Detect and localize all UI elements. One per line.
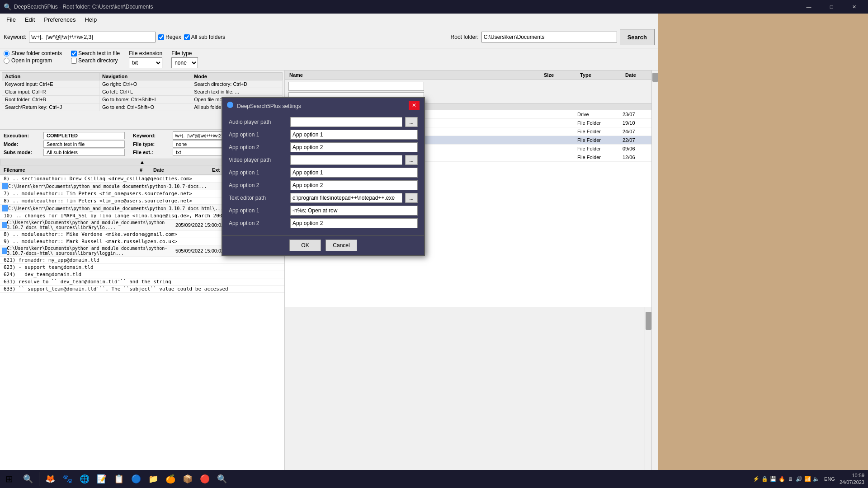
file-ext-status-label: File ext.: [133,150,169,155]
toolbar: Keyword: Regex All sub folders Root fold… [0,26,658,48]
search-mode-group: Search text in file Search directory [71,50,120,68]
audio-option1-input[interactable] [290,130,418,140]
type-col-header: Type [577,71,623,79]
text-editor-input[interactable] [290,193,402,203]
file-type-select[interactable]: none text binary [171,57,198,68]
video-option2-label: App option 2 [229,182,288,188]
taskbar-icon-wolf[interactable]: 🦊 [42,471,58,487]
filename-col-header: Filename [2,166,138,174]
regex-checkbox-group[interactable]: Regex [158,34,181,40]
title-bar: 🔍 DeepSearch5Plus - Root folder: C:\User… [0,0,868,14]
all-sub-folders-group[interactable]: All sub folders [184,34,225,40]
taskbar-icon-app9[interactable]: 🔴 [197,471,213,487]
language-indicator[interactable]: ENG [821,476,838,482]
taskbar-icon-app7[interactable]: 🍊 [162,471,179,487]
text-option1-row: App option 1 [229,206,418,216]
dialog-close-button[interactable]: ✕ [409,101,420,110]
text-editor-browse-button[interactable]: ... [405,193,418,203]
taskbar-icon-app1[interactable]: 🐾 [59,471,75,487]
tray-icon-5[interactable]: 🖥 [787,475,794,483]
size-col-header: Size [541,71,577,79]
maximize-button[interactable]: □ [821,0,842,14]
shortcut-row: Clear input: Ctrl+R Go left: Ctrl+L Sear… [2,88,283,96]
minimize-button[interactable]: — [798,0,819,14]
execution-value: COMPLETED [43,132,125,139]
taskbar-icon-app4[interactable]: 📋 [111,471,127,487]
network-icon[interactable]: 📶 [804,475,811,483]
shortcut-cell: Root folder: Ctrl+B [2,96,99,103]
taskbar-clock[interactable]: 10:59 24/07/2023 [840,472,864,486]
tray-icon-1[interactable]: ⚡ [752,475,760,483]
menu-help[interactable]: Help [80,14,101,25]
search-directory-group[interactable]: Search directory [71,57,120,64]
video-option2-input[interactable] [290,180,418,190]
root-folder-input[interactable] [481,32,617,42]
regex-checkbox[interactable] [158,34,164,40]
text-option2-input[interactable] [290,218,418,228]
keyword-status-label: Keyword: [133,133,169,138]
video-option1-input[interactable] [290,168,418,178]
open-in-program-radio[interactable]: Open in program [4,57,62,64]
shortcut-cell: Go left: Ctrl+L [99,88,191,96]
keyword-input[interactable] [29,32,156,42]
taskbar-icon-app8[interactable]: 📦 [179,471,196,487]
shortcuts-action-header: Action [2,73,99,80]
close-button[interactable]: ✕ [844,0,864,14]
tree-search-input1[interactable] [288,82,424,91]
sound-icon[interactable]: 🔈 [812,475,820,483]
menu-preferences[interactable]: Preferences [39,14,80,25]
dialog-title-text: DeepSearch5Plus settings [237,103,301,109]
tray-icon-4[interactable]: 🔥 [778,475,785,483]
show-folder-radio[interactable]: Show folder contents [4,50,62,56]
audio-option1-row: App option 1 [229,130,418,140]
text-option1-input[interactable] [290,206,418,216]
root-folder-label: Root folder: [451,34,479,40]
audio-option2-input[interactable] [290,142,418,152]
cancel-button[interactable]: Cancel [326,239,357,251]
tree-item-type: Drive [577,112,623,117]
execution-label: Execution: [4,133,40,138]
file-tree-header: Name Size Type Date [285,70,651,80]
mode-label: Mode: [4,141,40,147]
menu-edit[interactable]: Edit [20,14,39,25]
video-player-input[interactable] [290,155,402,165]
search-text-checkbox[interactable] [71,51,77,56]
taskbar-icon-app3[interactable]: 📝 [94,471,110,487]
show-folder-label: Show folder contents [11,50,62,56]
dialog-icon [227,102,233,108]
tray-icon-3[interactable]: 💾 [769,475,777,483]
right-scrollbar[interactable] [645,307,651,488]
audio-browse-button[interactable]: ... [405,117,418,127]
taskbar-icon-search[interactable]: 🔍 [20,471,36,487]
tray-icon-6[interactable]: 🔊 [795,475,802,483]
search-text-group[interactable]: Search text in file [71,50,120,56]
search-directory-checkbox[interactable] [71,58,77,64]
file-date: 05/09/2022 15:00:02 [178,222,225,228]
video-player-row: Video player path ... [229,155,418,165]
menu-file[interactable]: File [2,14,20,25]
taskbar-icon-app6[interactable]: 📁 [145,471,161,487]
video-option1-row: App option 1 [229,168,418,178]
scroll-thumb[interactable] [646,312,651,330]
ok-button[interactable]: OK [289,239,321,251]
shortcut-cell: Search/Return key: Ctrl+J [2,103,99,111]
text-editor-label: Text editor path [229,195,288,201]
taskbar-icon-app5[interactable]: 🔵 [128,471,144,487]
open-in-program-label: Open in program [11,57,52,64]
taskbar-icon-app2[interactable]: 🌐 [76,471,93,487]
search-button[interactable]: Search [620,29,655,45]
scroll-thumb[interactable] [652,73,658,82]
all-sub-folders-checkbox[interactable] [184,34,190,40]
file-ext-select[interactable]: txt * [129,57,162,68]
far-right-scrollbar[interactable] [651,70,658,488]
tray-icon-2[interactable]: 🔒 [761,475,768,483]
tree-item-date: 12/06 [623,155,650,160]
video-browse-button[interactable]: ... [405,155,418,165]
taskbar-icon-app10[interactable]: 🔍 [214,471,230,487]
file-icon [2,222,7,228]
taskbar-icons: 🔍 🦊 🐾 🌐 📝 📋 🔵 📁 🍊 📦 🔴 🔍 [18,471,232,487]
start-button[interactable]: ⊞ [0,470,18,488]
shortcut-cell: Go right: Ctrl+O [99,80,191,88]
audio-player-input[interactable] [290,117,402,127]
audio-player-label: Audio player path [229,119,288,125]
